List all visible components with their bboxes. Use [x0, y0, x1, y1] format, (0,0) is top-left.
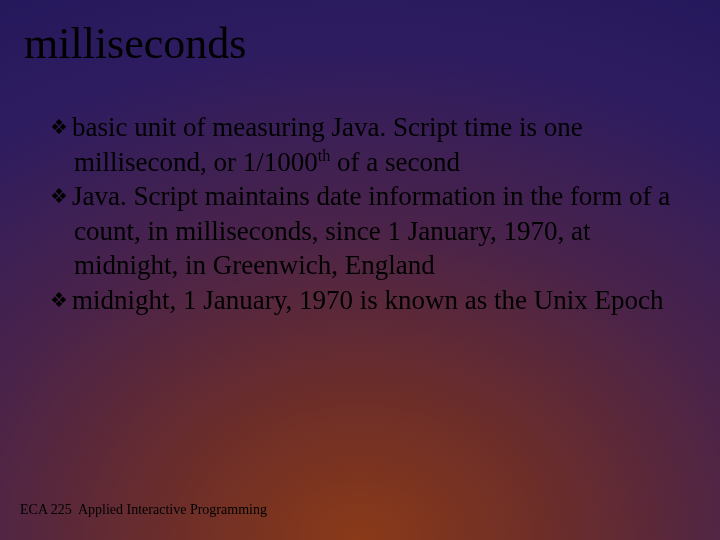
bullet-text-pre: basic unit of measuring Java. Script tim… — [72, 112, 583, 177]
bullet-text-pre: Java. Script maintains date information … — [72, 181, 670, 280]
diamond-bullet-icon: ❖ — [50, 185, 68, 207]
footer-course: ECA 225 — [20, 502, 72, 517]
diamond-bullet-icon: ❖ — [50, 289, 68, 311]
slide-footer: ECA 225 Applied Interactive Programming — [20, 502, 267, 518]
list-item: ❖basic unit of measuring Java. Script ti… — [50, 110, 680, 179]
list-item: ❖Java. Script maintains date information… — [50, 179, 680, 283]
bullet-text-pre: midnight, 1 January, 1970 is known as th… — [72, 285, 663, 315]
bullet-text-sup: th — [318, 147, 331, 165]
footer-name: Applied Interactive Programming — [78, 502, 267, 517]
diamond-bullet-icon: ❖ — [50, 116, 68, 138]
list-item: ❖midnight, 1 January, 1970 is known as t… — [50, 283, 680, 318]
slide-title: milliseconds — [24, 22, 246, 66]
slide-body: ❖basic unit of measuring Java. Script ti… — [50, 110, 680, 317]
bullet-text-post: of a second — [330, 147, 460, 177]
